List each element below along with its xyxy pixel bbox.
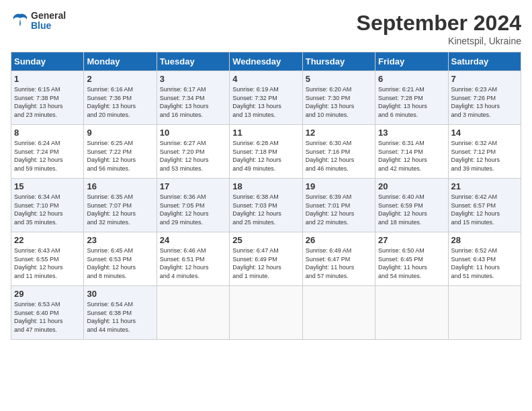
day-info: Sunrise: 6:42 AM Sunset: 6:57 PM Dayligh… xyxy=(451,193,518,226)
calendar-day-cell: 22Sunrise: 6:43 AM Sunset: 6:55 PM Dayli… xyxy=(11,232,84,286)
logo-text-block: General Blue xyxy=(11,11,66,32)
calendar-day-cell: 21Sunrise: 6:42 AM Sunset: 6:57 PM Dayli… xyxy=(448,179,521,232)
calendar-day-cell: 6Sunrise: 6:21 AM Sunset: 7:28 PM Daylig… xyxy=(375,71,448,125)
day-info: Sunrise: 6:49 AM Sunset: 6:47 PM Dayligh… xyxy=(306,246,372,280)
calendar-day-cell: 26Sunrise: 6:49 AM Sunset: 6:47 PM Dayli… xyxy=(302,232,375,286)
calendar-day-cell: 15Sunrise: 6:34 AM Sunset: 7:10 PM Dayli… xyxy=(11,179,84,232)
calendar-day-cell: 2Sunrise: 6:16 AM Sunset: 7:36 PM Daylig… xyxy=(84,71,157,125)
calendar-day-cell: 25Sunrise: 6:47 AM Sunset: 6:49 PM Dayli… xyxy=(230,232,302,286)
day-number: 13 xyxy=(378,128,445,138)
calendar-day-cell: 16Sunrise: 6:35 AM Sunset: 7:07 PM Dayli… xyxy=(84,179,157,232)
logo-general: General xyxy=(31,11,66,21)
day-info: Sunrise: 6:36 AM Sunset: 7:05 PM Dayligh… xyxy=(160,193,226,226)
calendar-day-cell xyxy=(157,286,229,340)
header-monday: Monday xyxy=(84,52,157,71)
calendar-day-cell: 17Sunrise: 6:36 AM Sunset: 7:05 PM Dayli… xyxy=(157,179,229,232)
day-info: Sunrise: 6:34 AM Sunset: 7:10 PM Dayligh… xyxy=(14,193,81,226)
day-number: 21 xyxy=(451,181,518,191)
day-number: 8 xyxy=(14,128,81,138)
calendar-day-cell: 3Sunrise: 6:17 AM Sunset: 7:34 PM Daylig… xyxy=(157,71,229,125)
day-info: Sunrise: 6:50 AM Sunset: 6:45 PM Dayligh… xyxy=(378,246,445,280)
day-info: Sunrise: 6:23 AM Sunset: 7:26 PM Dayligh… xyxy=(451,85,518,119)
calendar-table: Sunday Monday Tuesday Wednesday Thursday… xyxy=(11,52,521,340)
day-number: 20 xyxy=(378,181,445,191)
logo: General Blue xyxy=(11,11,66,32)
day-number: 2 xyxy=(87,74,153,84)
header-saturday: Saturday xyxy=(448,52,521,71)
day-number: 29 xyxy=(14,289,81,299)
day-number: 24 xyxy=(160,235,226,245)
calendar-day-cell: 23Sunrise: 6:45 AM Sunset: 6:53 PM Dayli… xyxy=(84,232,157,286)
day-info: Sunrise: 6:38 AM Sunset: 7:03 PM Dayligh… xyxy=(232,193,299,226)
day-number: 9 xyxy=(87,128,153,138)
header-wednesday: Wednesday xyxy=(230,52,302,71)
calendar-day-cell: 9Sunrise: 6:25 AM Sunset: 7:22 PM Daylig… xyxy=(84,125,157,179)
day-number: 22 xyxy=(14,235,81,245)
day-number: 10 xyxy=(160,128,226,138)
day-info: Sunrise: 6:16 AM Sunset: 7:36 PM Dayligh… xyxy=(87,85,153,119)
calendar-day-cell: 5Sunrise: 6:20 AM Sunset: 7:30 PM Daylig… xyxy=(302,71,375,125)
calendar-day-cell: 13Sunrise: 6:31 AM Sunset: 7:14 PM Dayli… xyxy=(375,125,448,179)
day-info: Sunrise: 6:53 AM Sunset: 6:40 PM Dayligh… xyxy=(14,300,81,334)
day-info: Sunrise: 6:45 AM Sunset: 6:53 PM Dayligh… xyxy=(87,246,153,280)
day-number: 17 xyxy=(160,181,226,191)
calendar-day-cell: 11Sunrise: 6:28 AM Sunset: 7:18 PM Dayli… xyxy=(230,125,302,179)
day-info: Sunrise: 6:39 AM Sunset: 7:01 PM Dayligh… xyxy=(306,193,372,226)
day-number: 11 xyxy=(232,128,299,138)
day-info: Sunrise: 6:52 AM Sunset: 6:43 PM Dayligh… xyxy=(451,246,518,280)
day-number: 18 xyxy=(232,181,299,191)
calendar-day-cell: 7Sunrise: 6:23 AM Sunset: 7:26 PM Daylig… xyxy=(448,71,521,125)
day-info: Sunrise: 6:31 AM Sunset: 7:14 PM Dayligh… xyxy=(378,139,445,173)
title-area: September 2024 Kinetspil, Ukraine xyxy=(357,11,521,46)
day-number: 3 xyxy=(160,74,226,84)
day-number: 26 xyxy=(306,235,372,245)
calendar-day-cell: 8Sunrise: 6:24 AM Sunset: 7:24 PM Daylig… xyxy=(11,125,84,179)
calendar-week-row: 15Sunrise: 6:34 AM Sunset: 7:10 PM Dayli… xyxy=(11,179,521,232)
weekday-header-row: Sunday Monday Tuesday Wednesday Thursday… xyxy=(11,52,521,71)
day-info: Sunrise: 6:30 AM Sunset: 7:16 PM Dayligh… xyxy=(306,139,372,173)
calendar-week-row: 1Sunrise: 6:15 AM Sunset: 7:38 PM Daylig… xyxy=(11,71,521,125)
day-info: Sunrise: 6:21 AM Sunset: 7:28 PM Dayligh… xyxy=(378,85,445,119)
day-number: 25 xyxy=(232,235,299,245)
month-title: September 2024 xyxy=(357,11,521,36)
calendar-day-cell: 1Sunrise: 6:15 AM Sunset: 7:38 PM Daylig… xyxy=(11,71,84,125)
day-number: 16 xyxy=(87,181,153,191)
calendar-day-cell: 12Sunrise: 6:30 AM Sunset: 7:16 PM Dayli… xyxy=(302,125,375,179)
day-info: Sunrise: 6:27 AM Sunset: 7:20 PM Dayligh… xyxy=(160,139,226,173)
day-number: 5 xyxy=(306,74,372,84)
calendar-day-cell: 24Sunrise: 6:46 AM Sunset: 6:51 PM Dayli… xyxy=(157,232,229,286)
day-number: 28 xyxy=(451,235,518,245)
calendar-day-cell: 10Sunrise: 6:27 AM Sunset: 7:20 PM Dayli… xyxy=(157,125,229,179)
day-info: Sunrise: 6:19 AM Sunset: 7:32 PM Dayligh… xyxy=(232,85,299,119)
calendar-day-cell: 28Sunrise: 6:52 AM Sunset: 6:43 PM Dayli… xyxy=(448,232,521,286)
calendar-day-cell: 20Sunrise: 6:40 AM Sunset: 6:59 PM Dayli… xyxy=(375,179,448,232)
logo-bird-icon xyxy=(11,11,30,30)
day-info: Sunrise: 6:28 AM Sunset: 7:18 PM Dayligh… xyxy=(232,139,299,173)
day-info: Sunrise: 6:20 AM Sunset: 7:30 PM Dayligh… xyxy=(306,85,372,119)
day-number: 4 xyxy=(232,74,299,84)
calendar-day-cell xyxy=(230,286,302,340)
day-info: Sunrise: 6:35 AM Sunset: 7:07 PM Dayligh… xyxy=(87,193,153,226)
day-info: Sunrise: 6:46 AM Sunset: 6:51 PM Dayligh… xyxy=(160,246,226,280)
header-sunday: Sunday xyxy=(11,52,84,71)
day-number: 23 xyxy=(87,235,153,245)
calendar-day-cell xyxy=(302,286,375,340)
day-number: 30 xyxy=(87,289,153,299)
day-info: Sunrise: 6:24 AM Sunset: 7:24 PM Dayligh… xyxy=(14,139,81,173)
calendar-day-cell xyxy=(375,286,448,340)
calendar-week-row: 8Sunrise: 6:24 AM Sunset: 7:24 PM Daylig… xyxy=(11,125,521,179)
header-friday: Friday xyxy=(375,52,448,71)
calendar-day-cell xyxy=(448,286,521,340)
calendar-day-cell: 19Sunrise: 6:39 AM Sunset: 7:01 PM Dayli… xyxy=(302,179,375,232)
day-number: 15 xyxy=(14,181,81,191)
day-number: 6 xyxy=(378,74,445,84)
logo-blue: Blue xyxy=(31,21,66,31)
day-info: Sunrise: 6:47 AM Sunset: 6:49 PM Dayligh… xyxy=(232,246,299,280)
header-tuesday: Tuesday xyxy=(157,52,229,71)
calendar-day-cell: 4Sunrise: 6:19 AM Sunset: 7:32 PM Daylig… xyxy=(230,71,302,125)
day-number: 12 xyxy=(306,128,372,138)
calendar-week-row: 22Sunrise: 6:43 AM Sunset: 6:55 PM Dayli… xyxy=(11,232,521,286)
calendar-day-cell: 29Sunrise: 6:53 AM Sunset: 6:40 PM Dayli… xyxy=(11,286,84,340)
day-info: Sunrise: 6:25 AM Sunset: 7:22 PM Dayligh… xyxy=(87,139,153,173)
day-info: Sunrise: 6:17 AM Sunset: 7:34 PM Dayligh… xyxy=(160,85,226,119)
